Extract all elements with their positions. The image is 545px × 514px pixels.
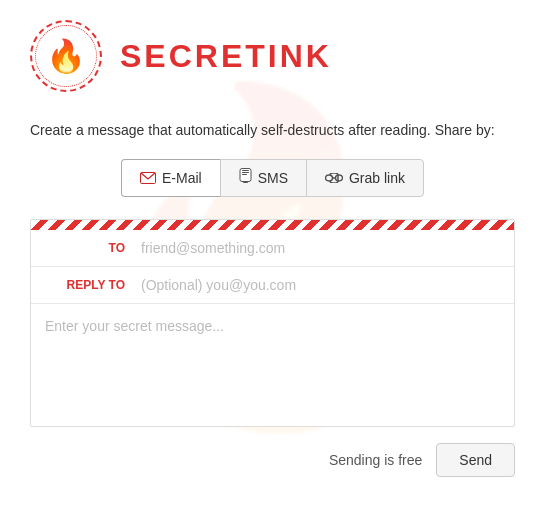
message-textarea[interactable] [45,318,500,408]
reply-to-label: REPLY TO [45,278,125,292]
email-tab-label: E-Mail [162,170,202,186]
svg-rect-5 [242,174,247,175]
grab-link-tab-button[interactable]: Grab link [306,159,424,197]
to-label: TO [45,241,125,255]
logo-circle: 🔥 [30,20,102,92]
description-text: Create a message that automatically self… [30,120,515,141]
reply-to-input[interactable] [141,277,500,293]
stripe-border-top [31,220,514,230]
to-input[interactable] [141,240,500,256]
send-button[interactable]: Send [436,443,515,477]
svg-rect-3 [242,170,249,171]
header: 🔥 SECRETINK [30,20,515,92]
svg-point-6 [325,175,332,181]
sms-tab-button[interactable]: SMS [220,159,306,197]
to-field-row: TO [31,230,514,267]
share-buttons-group: E-Mail SMS [30,159,515,197]
svg-rect-2 [243,181,248,183]
link-icon [325,169,343,187]
sending-free-text: Sending is free [329,452,422,468]
svg-rect-4 [242,172,249,173]
footer: Sending is free Send [30,443,515,477]
grab-link-tab-label: Grab link [349,170,405,186]
sms-icon [239,168,252,188]
sms-tab-label: SMS [258,170,288,186]
message-area [31,304,514,426]
email-tab-button[interactable]: E-Mail [121,159,220,197]
message-form: TO REPLY TO [30,219,515,427]
flame-icon: 🔥 [46,40,86,72]
email-icon [140,172,156,184]
svg-point-7 [335,175,342,181]
reply-to-field-row: REPLY TO [31,267,514,304]
brand-name: SECRETINK [120,38,332,75]
